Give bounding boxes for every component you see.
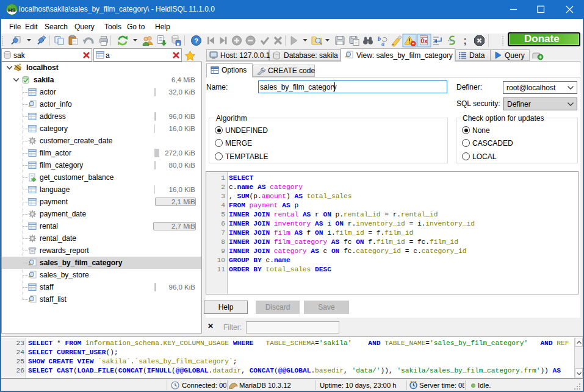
svg-text:?: ? bbox=[194, 37, 198, 45]
svg-text:0x: 0x bbox=[420, 38, 428, 45]
svg-text:b: b bbox=[378, 35, 381, 42]
svg-text:;: ; bbox=[463, 35, 467, 46]
svg-text:HS: HS bbox=[9, 7, 16, 13]
